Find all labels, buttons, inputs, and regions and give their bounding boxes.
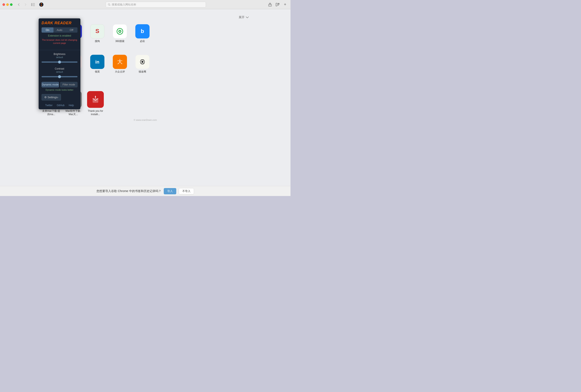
reader-view-button[interactable] [275,2,280,8]
dr-contrast-default: default [41,71,77,73]
forward-button[interactable] [22,2,28,8]
svg-rect-11 [278,4,279,4]
svg-rect-2 [33,4,35,5]
dr-footer: Twitter GitHub Help [39,102,80,109]
svg-point-5 [41,4,42,5]
dr-brightness-label: Brightness [41,53,77,56]
search-icon [108,3,110,6]
dr-brightness-default: default [41,56,77,58]
nav-buttons [16,2,28,8]
browser-content: 展开 iCloud 百 百度 [0,9,290,196]
svg-rect-3 [33,6,35,6]
bookmark-ctrip[interactable]: 猫途鹰 [132,53,153,75]
dr-settings-label: ⚙ Settings [44,96,57,99]
dr-status: Extension is enabled [41,34,77,37]
bookmark-biying[interactable]: b 必应 [132,22,153,45]
dr-warning: The browser does not let changing curren… [41,38,77,45]
svg-point-6 [108,4,110,5]
svg-text:大: 大 [117,59,123,65]
close-button[interactable] [2,3,5,6]
new-tab-button[interactable]: + [282,2,288,8]
dr-filter-mode-btn[interactable]: Filter mode [60,82,77,87]
frequent-label-macsoft: Mac软件下载-Mac天... [64,110,83,116]
dr-toggle-bar: On Auto Off [41,27,77,32]
dr-title: DARK READER [41,21,77,25]
watermark: © www.vranDown.com [134,119,157,121]
sidebar-toggle-button[interactable] [30,2,36,8]
dr-settings-button[interactable]: ⚙ Settings › [41,94,61,100]
dr-brightness-section: Brightness default [39,52,80,66]
minimize-button[interactable] [6,3,9,6]
browser-titlebar: 搜索或输入网站名称 + [0,0,290,9]
bookmark-dianping[interactable]: 大 大众点评 [109,53,130,75]
dr-header: DARK READER On Auto Off Extension is ena… [39,18,80,49]
dr-brightness-slider[interactable] [41,62,77,63]
bookmark-360[interactable]: 360搜索 [109,22,130,45]
svg-rect-0 [31,3,32,6]
svg-line-7 [110,5,110,6]
bookmark-label-dianping: 大众点评 [115,70,125,74]
browser-frame: 搜索或输入网站名称 + 展开 [0,0,290,196]
dr-mode-buttons: Dynamic mode Filter mode [41,82,77,87]
svg-rect-9 [276,3,277,6]
dr-contrast-label: Contrast [41,67,77,70]
no-import-button[interactable]: 不导入 [179,188,194,194]
dr-settings-arrow: › [57,96,58,99]
traffic-lights [2,3,12,6]
address-placeholder: 搜索或输入网站名称 [112,3,136,6]
svg-text:S: S [95,28,99,34]
dr-contrast-slider[interactable] [41,76,77,77]
svg-marker-32 [95,96,96,97]
bookmark-label-biying: 必应 [140,40,145,43]
frequent-thankyou[interactable]: Thank you for installi... [86,91,105,116]
svg-rect-10 [278,3,279,4]
dr-help-link[interactable]: Help [69,104,74,107]
dr-toggle-off[interactable]: Off [65,27,77,32]
import-button[interactable]: 导入 [164,188,176,194]
dr-dynamic-mode-btn[interactable]: Dynamic mode [41,82,59,87]
svg-text:b: b [141,28,144,34]
svg-text:in: in [95,59,99,64]
import-message: 您想要导入谷歌 Chrome 中的书签和历史记录吗？ [96,189,161,193]
share-button[interactable] [267,2,273,8]
bookmark-linkedin[interactable]: in 领英 [87,53,108,75]
bookmark-label-linkedin: 领英 [95,70,100,74]
expand-icon [246,16,249,18]
frequent-label-weimac: 未来mac下载-提供ma... [42,110,60,116]
dr-github-link[interactable]: GitHub [57,104,64,107]
dr-twitter-link[interactable]: Twitter [45,104,52,107]
dr-divider-1 [39,50,80,50]
dr-contrast-section: Contrast default [39,66,80,81]
dark-reader-popup: DARK READER On Auto Off Extension is ena… [39,18,80,109]
bookmark-label-360: 360搜索 [115,40,124,43]
dr-toggle-on[interactable]: On [41,27,53,32]
import-bar: 您想要导入谷歌 Chrome 中的书签和历史记录吗？ 导入 不导入 [0,186,290,196]
svg-point-23 [141,61,143,63]
dr-mode-section: Dynamic mode Filter mode Dynamic mode lo… [39,81,80,92]
back-button[interactable] [16,2,22,8]
dark-reader-extension-icon[interactable] [38,2,44,8]
toolbar-right: + [267,2,288,8]
address-bar-container: 搜索或输入网站名称 [46,2,265,8]
dr-mode-hint: Dynamic mode looks better [41,88,77,91]
bookmark-label-sougou: 搜狗 [95,40,100,43]
expand-label[interactable]: 展开 [239,16,245,19]
address-bar[interactable]: 搜索或输入网站名称 [106,2,206,8]
svg-point-17 [119,31,120,32]
svg-rect-1 [33,3,35,4]
svg-rect-12 [278,5,279,6]
maximize-button[interactable] [10,3,12,6]
bookmark-sougou[interactable]: S 搜狗 [87,22,108,45]
dr-toggle-auto[interactable]: Auto [53,27,65,32]
bookmark-label-ctrip: 猫途鹰 [139,70,146,74]
frequent-label-thankyou: Thank you for installi... [86,110,105,116]
